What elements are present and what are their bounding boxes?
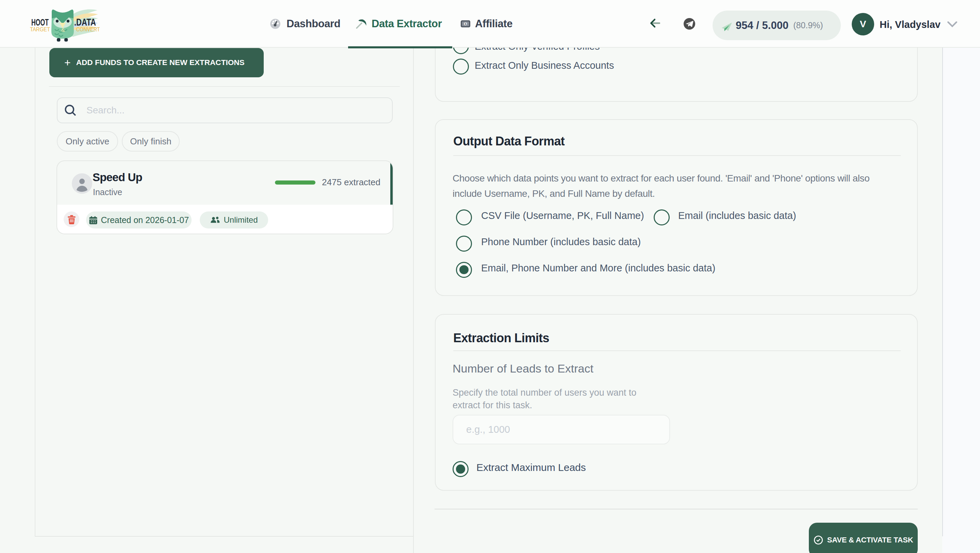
svg-text:CONVERT: CONVERT <box>76 27 100 32</box>
svg-text:&: & <box>61 27 65 33</box>
svg-text:HOOT: HOOT <box>31 18 49 27</box>
svg-text:.DATA: .DATA <box>74 16 96 27</box>
svg-text:TARGET: TARGET <box>30 27 50 32</box>
